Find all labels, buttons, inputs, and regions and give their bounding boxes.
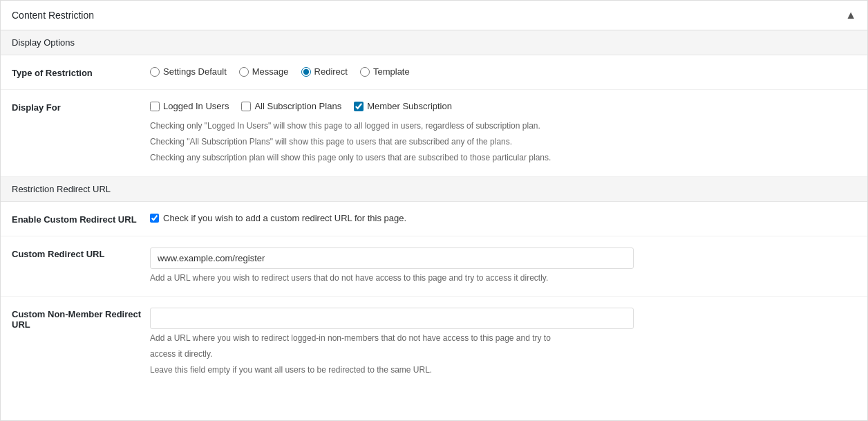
display-for-row: Display For Logged In Users All Subscrip… xyxy=(1,90,867,177)
custom-non-member-redirect-input[interactable] xyxy=(150,308,634,329)
custom-redirect-url-input[interactable] xyxy=(150,247,634,269)
checkbox-label-logged-in-users[interactable]: Logged In Users xyxy=(163,101,229,111)
checkbox-logged-in-users[interactable] xyxy=(150,102,160,111)
custom-redirect-url-row: Custom Redirect URL Add a URL where you … xyxy=(1,236,867,297)
enable-custom-redirect-label: Enable Custom Redirect URL xyxy=(12,213,150,225)
enable-custom-redirect-content: Check if you wish to add a custom redire… xyxy=(150,213,856,223)
radio-label-settings-default[interactable]: Settings Default xyxy=(163,66,227,77)
custom-redirect-url-description: Add a URL where you wish to redirect use… xyxy=(150,272,856,285)
panel-header: Content Restriction ▲ xyxy=(1,1,867,30)
custom-non-member-redirect-label: Custom Non-Member Redirect URL xyxy=(12,308,150,330)
panel-toggle-icon[interactable]: ▲ xyxy=(845,9,856,21)
panel-title: Content Restriction xyxy=(12,10,94,21)
custom-non-member-redirect-content: Add a URL where you wish to redirect log… xyxy=(150,308,856,377)
radio-settings-default[interactable] xyxy=(150,67,160,77)
display-for-checkbox-group: Logged In Users All Subscription Plans M… xyxy=(150,101,856,111)
radio-redirect[interactable] xyxy=(301,67,311,77)
enable-custom-redirect-row: Enable Custom Redirect URL Check if you … xyxy=(1,202,867,236)
radio-item-redirect[interactable]: Redirect xyxy=(301,66,348,77)
checkbox-label-all-subscription-plans[interactable]: All Subscription Plans xyxy=(254,101,341,111)
checkbox-item-member-subscription[interactable]: Member Subscription xyxy=(354,101,452,111)
radio-label-redirect[interactable]: Redirect xyxy=(314,66,348,77)
content-restriction-panel: Content Restriction ▲ Display Options Ty… xyxy=(0,0,868,421)
radio-item-settings-default[interactable]: Settings Default xyxy=(150,66,227,77)
checkbox-enable-custom-redirect[interactable] xyxy=(150,214,159,223)
custom-non-member-redirect-description-1: Add a URL where you wish to redirect log… xyxy=(150,332,856,345)
restriction-redirect-section-header: Restriction Redirect URL xyxy=(1,177,867,202)
type-of-restriction-radio-group: Settings Default Message Redirect Templa… xyxy=(150,66,856,77)
type-of-restriction-label: Type of Restriction xyxy=(12,66,150,78)
checkbox-member-subscription[interactable] xyxy=(354,102,364,111)
radio-item-message[interactable]: Message xyxy=(239,66,289,77)
radio-label-template[interactable]: Template xyxy=(373,66,410,77)
display-for-description-3: Checking any subscription plan will show… xyxy=(150,151,856,165)
display-for-content: Logged In Users All Subscription Plans M… xyxy=(150,101,856,165)
radio-message[interactable] xyxy=(239,67,249,77)
enable-custom-redirect-description[interactable]: Check if you wish to add a custom redire… xyxy=(163,213,406,223)
radio-item-template[interactable]: Template xyxy=(360,66,410,77)
checkbox-item-logged-in-users[interactable]: Logged In Users xyxy=(150,101,229,111)
type-of-restriction-content: Settings Default Message Redirect Templa… xyxy=(150,66,856,77)
custom-non-member-redirect-description-2: access it directly. xyxy=(150,348,856,361)
checkbox-all-subscription-plans[interactable] xyxy=(241,102,251,111)
display-options-label: Display Options xyxy=(12,37,75,48)
restriction-redirect-label: Restriction Redirect URL xyxy=(12,184,111,194)
custom-redirect-url-content: Add a URL where you wish to redirect use… xyxy=(150,247,856,285)
display-for-label: Display For xyxy=(12,101,150,113)
enable-redirect-checkbox-row: Check if you wish to add a custom redire… xyxy=(150,213,856,223)
custom-redirect-url-label: Custom Redirect URL xyxy=(12,247,150,259)
type-of-restriction-row: Type of Restriction Settings Default Mes… xyxy=(1,55,867,90)
radio-label-message[interactable]: Message xyxy=(252,66,289,77)
display-for-description-1: Checking only "Logged In Users" will sho… xyxy=(150,120,856,133)
checkbox-label-member-subscription[interactable]: Member Subscription xyxy=(367,101,452,111)
display-for-description-2: Checking "All Subscription Plans" will s… xyxy=(150,135,856,149)
radio-template[interactable] xyxy=(360,67,370,77)
custom-non-member-redirect-description-3: Leave this field empty if you want all u… xyxy=(150,364,856,377)
display-options-section-header: Display Options xyxy=(1,30,867,55)
checkbox-item-all-subscription-plans[interactable]: All Subscription Plans xyxy=(241,101,341,111)
custom-non-member-redirect-row: Custom Non-Member Redirect URL Add a URL… xyxy=(1,297,867,389)
